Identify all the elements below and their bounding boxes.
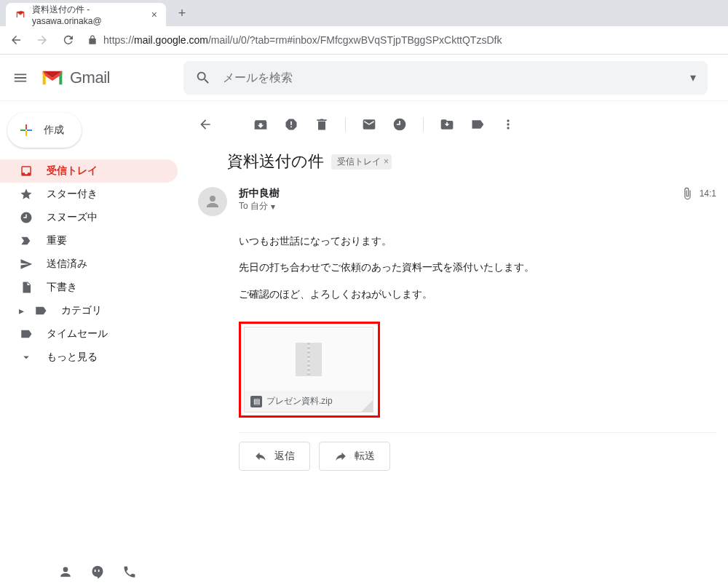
- email-body: いつもお世話になっております。 先日の打ち合わせでご依頼のあった資料一式を添付い…: [186, 222, 728, 313]
- subject-row: 資料送付の件 受信トレイ ×: [186, 142, 728, 181]
- search-input[interactable]: [223, 71, 678, 84]
- sender-avatar[interactable]: [198, 187, 227, 216]
- email-subject: 資料送付の件: [227, 151, 324, 172]
- label-icon: [33, 304, 48, 317]
- forward-button[interactable]: [35, 33, 50, 47]
- compose-button[interactable]: 作成: [7, 113, 82, 148]
- gmail-logo[interactable]: Gmail: [41, 68, 172, 87]
- main-menu-button[interactable]: [12, 69, 29, 87]
- delete-button[interactable]: [314, 117, 329, 132]
- search-options-icon[interactable]: ▾: [690, 71, 696, 84]
- nav-label: もっと見る: [47, 351, 98, 364]
- browser-tab[interactable]: 資料送付の件 - yasawa.orinaka@ ×: [6, 3, 166, 26]
- chip-text: 受信トレイ: [337, 156, 381, 168]
- nav-sent[interactable]: 送信済み: [0, 252, 178, 276]
- nav-starred[interactable]: スター付き: [0, 183, 178, 206]
- sender-name: 折中良樹: [239, 187, 669, 200]
- caret-right-icon: ▸: [19, 305, 28, 317]
- compose-label: 作成: [44, 124, 64, 137]
- gmail-logo-text: Gmail: [70, 68, 110, 87]
- search-icon[interactable]: [195, 70, 211, 86]
- new-tab-button[interactable]: +: [172, 3, 192, 23]
- back-button[interactable]: [9, 33, 23, 47]
- reply-row: 返信 転送: [186, 433, 728, 479]
- attachment-icon: [681, 187, 694, 200]
- phone-icon[interactable]: [122, 565, 137, 579]
- body-line: いつもお世話になっております。: [239, 228, 716, 254]
- reload-button[interactable]: [61, 33, 76, 47]
- draft-icon: [19, 281, 33, 294]
- mark-unread-button[interactable]: [362, 117, 376, 132]
- archive-button[interactable]: [253, 117, 268, 132]
- attachment-footer: ▤ プレゼン資料.zip: [245, 391, 373, 412]
- chevron-down-icon: [19, 351, 33, 364]
- nav-label: 受信トレイ: [47, 164, 98, 178]
- chip-remove-icon[interactable]: ×: [384, 156, 389, 167]
- nav-label: 重要: [47, 234, 67, 247]
- contacts-icon[interactable]: [58, 565, 73, 579]
- tab-bar: 資料送付の件 - yasawa.orinaka@ × +: [0, 0, 728, 26]
- nav-inbox[interactable]: 受信トレイ: [0, 159, 178, 183]
- label-icon: [19, 327, 33, 341]
- email-meta: 14:1: [681, 187, 716, 200]
- body-line: ご確認のほど、よろしくおねがいします。: [239, 281, 716, 307]
- more-button[interactable]: [501, 117, 515, 132]
- nav-label: カテゴリ: [61, 304, 102, 317]
- email-time: 14:1: [700, 188, 716, 199]
- nav-label: スヌーズ中: [47, 211, 98, 224]
- sender-info: 折中良樹 To 自分 ▾: [239, 187, 669, 212]
- gmail-header: Gmail ▾: [0, 55, 728, 101]
- url-text: https://mail.google.com/mail/u/0/?tab=rm…: [103, 34, 502, 46]
- body-line: 先日の打ち合わせでご依頼のあった資料一式を添付いたします。: [239, 254, 716, 280]
- nav-timesale[interactable]: タイムセール: [0, 322, 178, 346]
- url-field[interactable]: https://mail.google.com/mail/u/0/?tab=rm…: [87, 34, 719, 46]
- nav-drafts[interactable]: 下書き: [0, 276, 178, 299]
- move-to-button[interactable]: [440, 117, 454, 132]
- zip-file-icon: [296, 343, 322, 376]
- main-area: 作成 受信トレイ スター付き スヌーズ中 重要 送信済み: [0, 101, 728, 560]
- nav-more[interactable]: もっと見る: [0, 346, 178, 369]
- lock-icon: [87, 35, 98, 45]
- nav-label: タイムセール: [47, 327, 108, 341]
- attachment-preview: [245, 327, 373, 391]
- attachment-card[interactable]: ▤ プレゼン資料.zip: [244, 327, 373, 413]
- sender-to[interactable]: To 自分 ▾: [239, 200, 669, 212]
- reply-icon: [254, 450, 267, 463]
- nav-label: 下書き: [47, 281, 77, 294]
- plus-icon: [17, 122, 35, 139]
- reply-label: 返信: [274, 450, 295, 463]
- browser-chrome: 資料送付の件 - yasawa.orinaka@ × + https://mai…: [0, 0, 728, 55]
- toolbar: [186, 107, 728, 142]
- labels-button[interactable]: [470, 117, 485, 132]
- nav-categories[interactable]: ▸ カテゴリ: [0, 299, 178, 322]
- content: 資料送付の件 受信トレイ × 折中良樹 To 自分 ▾ 14:1: [186, 101, 728, 560]
- toolbar-divider: [345, 117, 346, 132]
- bottom-bar: [0, 559, 137, 585]
- zip-badge-icon: ▤: [250, 396, 262, 407]
- gmail-logo-icon: [41, 69, 64, 87]
- tab-close-icon[interactable]: ×: [151, 9, 157, 20]
- attachment-highlight: ▤ プレゼン資料.zip: [239, 322, 380, 418]
- nav-list: 受信トレイ スター付き スヌーズ中 重要 送信済み 下書き: [0, 159, 186, 369]
- reply-button[interactable]: 返信: [239, 442, 310, 471]
- snooze-button[interactable]: [392, 117, 407, 132]
- forward-button[interactable]: 転送: [319, 442, 390, 471]
- forward-icon: [334, 450, 347, 463]
- address-bar: https://mail.google.com/mail/u/0/?tab=rm…: [0, 26, 728, 54]
- gmail-favicon: [15, 9, 26, 20]
- sender-row: 折中良樹 To 自分 ▾ 14:1: [186, 181, 728, 222]
- send-icon: [19, 258, 33, 271]
- inbox-label-chip[interactable]: 受信トレイ ×: [331, 154, 392, 170]
- search-box[interactable]: ▾: [183, 61, 708, 95]
- report-spam-button[interactable]: [284, 117, 298, 132]
- hangouts-icon[interactable]: [90, 565, 105, 579]
- nav-snoozed[interactable]: スヌーズ中: [0, 206, 178, 229]
- inbox-icon: [19, 164, 33, 178]
- important-icon: [19, 234, 33, 247]
- nav-important[interactable]: 重要: [0, 229, 178, 252]
- attachment-filename: プレゼン資料.zip: [266, 395, 333, 407]
- star-icon: [19, 188, 33, 201]
- tab-title: 資料送付の件 - yasawa.orinaka@: [32, 4, 140, 26]
- back-to-inbox-button[interactable]: [198, 117, 213, 132]
- nav-label: スター付き: [47, 188, 98, 201]
